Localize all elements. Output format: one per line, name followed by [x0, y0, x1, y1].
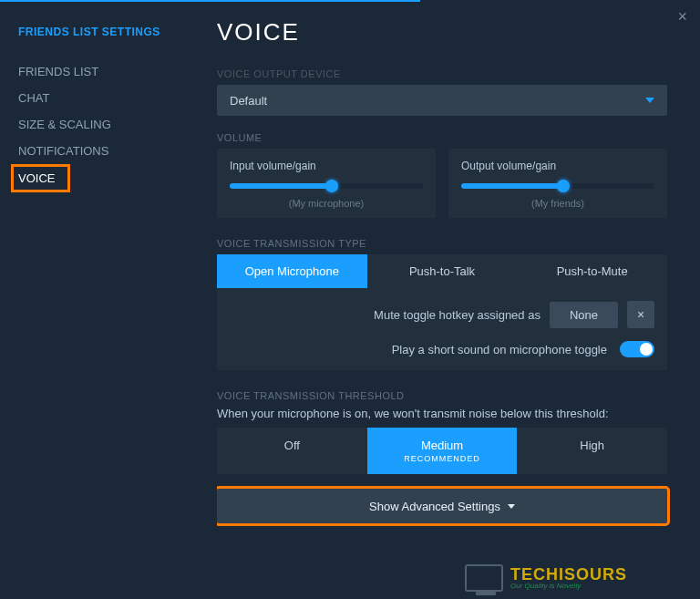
- close-icon: ×: [637, 307, 644, 322]
- transmission-push-to-talk[interactable]: Push-to-Talk: [367, 254, 518, 288]
- input-volume-slider[interactable]: [230, 183, 423, 189]
- hotkey-value[interactable]: None: [550, 302, 618, 328]
- monitor-icon: [465, 564, 503, 592]
- threshold-recommended-badge: RECOMMENDED: [367, 454, 518, 463]
- output-volume-sub: (My friends): [461, 198, 654, 209]
- sound-toggle-label: Play a short sound on microphone toggle: [392, 343, 607, 356]
- input-volume-card: Input volume/gain (My microphone): [217, 149, 436, 218]
- output-volume-slider[interactable]: [461, 183, 654, 189]
- chevron-down-icon: [508, 504, 515, 509]
- sidebar-item-size-scaling[interactable]: SIZE & SCALING: [18, 111, 191, 138]
- input-volume-sub: (My microphone): [230, 198, 423, 209]
- page-title: VOICE: [217, 18, 667, 46]
- transmission-segmented: Open Microphone Push-to-Talk Push-to-Mut…: [217, 254, 667, 288]
- sidebar-title: FRIENDS LIST SETTINGS: [18, 26, 191, 38]
- threshold-medium-label: Medium: [421, 439, 463, 452]
- output-device-value: Default: [230, 94, 267, 108]
- sidebar-item-chat[interactable]: CHAT: [18, 85, 191, 111]
- show-advanced-button[interactable]: Show Advanced Settings: [217, 489, 667, 523]
- watermark: TECHISOURS Our Quality is Novelty: [465, 564, 627, 592]
- threshold-medium[interactable]: Medium RECOMMENDED: [367, 428, 518, 474]
- settings-window: FRIENDS LIST SETTINGS FRIENDS LIST CHAT …: [0, 0, 700, 599]
- section-label-volume: VOLUME: [217, 132, 667, 143]
- output-volume-label: Output volume/gain: [461, 160, 654, 172]
- threshold-description: When your microphone is on, we won't tra…: [217, 407, 667, 420]
- transmission-push-to-mute[interactable]: Push-to-Mute: [517, 254, 667, 288]
- sidebar-item-voice[interactable]: VOICE: [11, 164, 70, 192]
- output-volume-card: Output volume/gain (My friends): [448, 149, 667, 218]
- hotkey-label: Mute toggle hotkey assigned as: [374, 308, 540, 322]
- sidebar: FRIENDS LIST SETTINGS FRIENDS LIST CHAT …: [0, 0, 191, 599]
- section-label-threshold: VOICE TRANSMISSION THRESHOLD: [217, 390, 667, 401]
- output-device-dropdown[interactable]: Default: [217, 85, 667, 116]
- show-advanced-label: Show Advanced Settings: [369, 500, 500, 513]
- chevron-down-icon: [645, 98, 654, 103]
- sidebar-item-friends-list[interactable]: FRIENDS LIST: [18, 58, 191, 85]
- input-volume-label: Input volume/gain: [230, 160, 423, 172]
- threshold-high[interactable]: High: [517, 428, 667, 474]
- transmission-box: Open Microphone Push-to-Talk Push-to-Mut…: [217, 254, 667, 370]
- main-panel: VOICE VOICE OUTPUT DEVICE Default VOLUME…: [191, 0, 700, 599]
- sound-toggle[interactable]: [620, 341, 654, 357]
- section-label-output-device: VOICE OUTPUT DEVICE: [217, 68, 667, 79]
- hotkey-clear-button[interactable]: ×: [627, 301, 654, 328]
- watermark-brand: TECHISOURS: [510, 566, 627, 583]
- threshold-off[interactable]: Off: [217, 428, 367, 474]
- section-label-transmission: VOICE TRANSMISSION TYPE: [217, 238, 667, 249]
- threshold-segmented: Off Medium RECOMMENDED High: [217, 428, 667, 474]
- transmission-open-mic[interactable]: Open Microphone: [217, 254, 367, 288]
- watermark-tagline: Our Quality is Novelty: [510, 583, 627, 590]
- sidebar-item-notifications[interactable]: NOTIFICATIONS: [18, 138, 191, 164]
